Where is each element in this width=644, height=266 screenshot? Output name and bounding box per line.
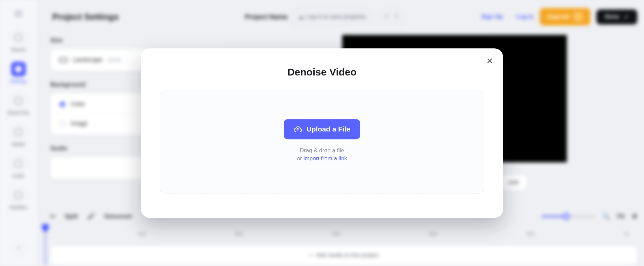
import-from-link[interactable]: import from a link [304, 156, 347, 162]
sidebar-item-label: Search [11, 47, 26, 52]
add-media-label: Add media to this project [316, 252, 378, 259]
subtitles-icon [11, 188, 26, 203]
zoom-slider-fill [541, 216, 565, 217]
upgrade-label: Upgrade [547, 13, 570, 20]
sidebar-item-subtitles[interactable]: Subtitles [9, 188, 28, 210]
project-name-label[interactable]: Project Name [245, 13, 288, 21]
upgrade-button[interactable]: Upgrade ⚡ [540, 8, 590, 25]
brand-kits-icon [11, 93, 26, 108]
orientation-label: Landscape [73, 56, 102, 63]
sidebar-item-label: Brand Kits [8, 110, 30, 115]
zoom-slider[interactable] [541, 216, 595, 217]
split-button[interactable]: Split [65, 213, 78, 220]
sidebar-item-search[interactable]: Search [11, 30, 26, 52]
bg-color-label: Color [71, 101, 85, 108]
done-button[interactable]: Done ✓ [596, 9, 638, 24]
redo-icon[interactable]: ↷ [394, 13, 399, 20]
help-icon: ? [11, 241, 26, 256]
page-title: Project Settings [52, 12, 119, 22]
bg-image-label: Image [71, 120, 88, 127]
radio-unchecked-icon [59, 121, 65, 127]
upload-file-button[interactable]: Upload a File [284, 119, 361, 139]
or-text: or [297, 156, 304, 162]
save-progress-text: Log in to save progress [307, 13, 366, 20]
mic-icon: 🎤 [87, 213, 95, 220]
modal-title: Denoise Video [160, 66, 484, 78]
close-button[interactable]: ✕ [486, 57, 493, 65]
upload-button-label: Upload a File [307, 125, 351, 133]
scissors-icon: ✂ [50, 213, 55, 220]
orientation-ratio: (16:9) [108, 57, 121, 63]
timeline-settings-icon[interactable]: ⚙ [632, 213, 637, 220]
sidebar: Search Settings Brand Kits Media Audio S… [0, 0, 37, 266]
close-icon: ✕ [486, 56, 493, 65]
check-icon: ✓ [624, 13, 629, 20]
landscape-icon [59, 58, 67, 62]
ruler-tick: 40s [429, 231, 437, 236]
sidebar-item-label: Media [12, 142, 25, 147]
dragdrop-text: Drag & drop a file [297, 147, 347, 155]
separator: · [509, 14, 510, 20]
menu-icon[interactable] [14, 13, 22, 14]
denoise-video-modal: ✕ Denoise Video Upload a File Drag & dro… [141, 48, 503, 218]
sidebar-item-label: Subtitles [9, 205, 28, 210]
sidebar-item-label: Settings [10, 78, 27, 84]
bolt-icon: ⚡ [574, 12, 583, 21]
sidebar-item-help[interactable]: ? [11, 241, 26, 256]
undo-redo-group[interactable]: ↶ ↷ [380, 9, 403, 24]
timeline-ruler[interactable]: 10s 20s 30s 40s 50s 1s [44, 231, 644, 241]
plus-icon: + [309, 252, 312, 259]
ruler-tick: 50s [527, 231, 535, 236]
save-progress-button[interactable]: ☁ Log in to save progress [292, 10, 372, 24]
undo-icon[interactable]: ↶ [384, 13, 389, 20]
sidebar-item-label: Audio [12, 173, 24, 178]
search-icon [11, 30, 26, 45]
background-chip[interactable]: und [500, 174, 527, 190]
upload-icon [294, 125, 302, 133]
sidebar-item-audio[interactable]: Audio [11, 156, 26, 178]
radio-checked-icon [59, 101, 65, 107]
header: Project Settings Project Name ☁ Log in t… [37, 7, 637, 27]
settings-icon [11, 62, 26, 76]
upload-dropzone[interactable]: Upload a File Drag & drop a file or impo… [160, 91, 484, 194]
cloud-icon: ☁ [298, 13, 304, 20]
signup-link[interactable]: Sign Up [481, 13, 503, 20]
ruler-tick: 10s [138, 231, 146, 236]
voiceover-button[interactable]: Voiceover [104, 213, 132, 220]
ruler-tick: 30s [332, 231, 340, 236]
zoom-icon[interactable]: 🔍 [602, 213, 610, 220]
login-link[interactable]: Log In [517, 13, 534, 20]
ruler-tick: 20s [235, 231, 243, 236]
size-section-label: Size [50, 37, 225, 44]
ruler-tick: 1s [624, 231, 629, 236]
done-label: Done [605, 13, 620, 20]
dropzone-subtext: Drag & drop a file or import from a link [297, 147, 347, 163]
media-icon [11, 125, 26, 140]
sidebar-item-media[interactable]: Media [11, 125, 26, 147]
sidebar-item-brand-kits[interactable]: Brand Kits [8, 93, 30, 115]
zoom-slider-knob[interactable] [563, 213, 570, 220]
fit-button[interactable]: Fit [617, 213, 625, 220]
sidebar-item-settings[interactable]: Settings [10, 62, 27, 84]
add-media-strip[interactable]: + Add media to this project [50, 246, 637, 265]
timeline-playhead[interactable] [45, 228, 46, 265]
audio-icon [11, 156, 26, 171]
